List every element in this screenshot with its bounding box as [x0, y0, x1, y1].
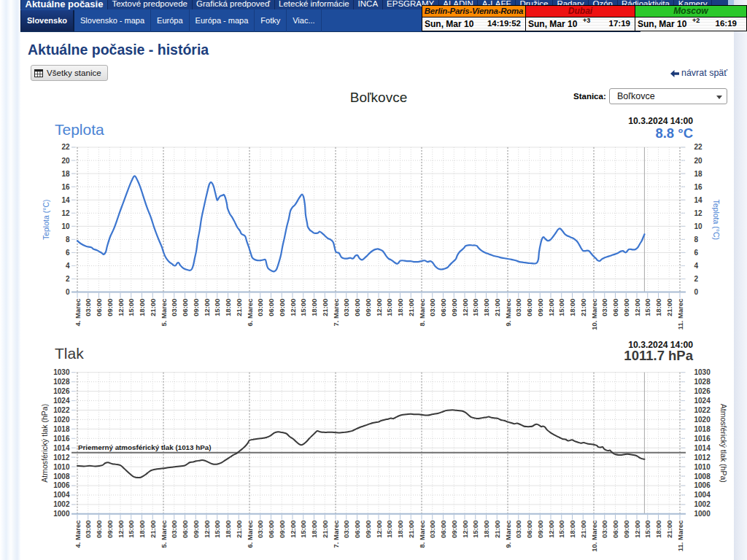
- svg-text:18:00: 18:00: [396, 521, 404, 538]
- svg-text:03:00: 03:00: [342, 521, 350, 538]
- svg-text:21:00: 21:00: [235, 299, 243, 316]
- svg-text:12:00: 12:00: [633, 299, 641, 316]
- svg-text:15:00: 15:00: [643, 521, 651, 538]
- svg-text:1006: 1006: [53, 481, 70, 489]
- svg-text:21:00: 21:00: [407, 521, 415, 538]
- svg-text:1000: 1000: [694, 510, 711, 518]
- svg-text:21:00: 21:00: [579, 299, 587, 316]
- svg-text:1010: 1010: [694, 463, 711, 471]
- svg-text:10. Marec: 10. Marec: [590, 299, 598, 330]
- svg-text:15:00: 15:00: [643, 299, 651, 316]
- svg-text:09:00: 09:00: [278, 299, 286, 316]
- svg-text:12:00: 12:00: [203, 521, 211, 538]
- svg-text:18:00: 18:00: [654, 521, 662, 538]
- svg-text:21:00: 21:00: [493, 521, 501, 538]
- svg-text:09:00: 09:00: [450, 521, 458, 538]
- svg-text:06:00: 06:00: [95, 521, 103, 538]
- svg-text:03:00: 03:00: [170, 521, 178, 538]
- svg-text:15:00: 15:00: [213, 299, 221, 316]
- svg-text:1010: 1010: [53, 463, 70, 471]
- svg-text:12:00: 12:00: [289, 521, 297, 538]
- svg-text:1020: 1020: [53, 416, 70, 424]
- svg-text:1030: 1030: [53, 368, 70, 376]
- svg-text:09:00: 09:00: [536, 521, 544, 538]
- svg-text:06:00: 06:00: [181, 521, 189, 538]
- svg-text:Teplota (°C): Teplota (°C): [42, 200, 51, 241]
- svg-text:12:00: 12:00: [117, 521, 125, 538]
- svg-text:03:00: 03:00: [170, 299, 178, 316]
- svg-text:18:00: 18:00: [138, 521, 146, 538]
- svg-text:1020: 1020: [694, 416, 711, 424]
- svg-text:4: 4: [66, 262, 70, 270]
- svg-text:18:00: 18:00: [396, 299, 404, 316]
- svg-text:18:00: 18:00: [482, 521, 490, 538]
- svg-text:03:00: 03:00: [256, 299, 264, 316]
- svg-text:1006: 1006: [694, 481, 711, 489]
- svg-text:14: 14: [694, 196, 703, 204]
- svg-text:09:00: 09:00: [622, 521, 630, 538]
- svg-text:03:00: 03:00: [84, 521, 92, 538]
- svg-text:22: 22: [61, 143, 70, 151]
- svg-text:15:00: 15:00: [213, 521, 221, 538]
- svg-text:12:00: 12:00: [461, 299, 469, 316]
- svg-text:5. Marec: 5. Marec: [160, 521, 168, 548]
- svg-text:1002: 1002: [694, 500, 711, 508]
- svg-text:1016: 1016: [694, 435, 711, 443]
- svg-text:18: 18: [61, 170, 70, 178]
- svg-text:21:00: 21:00: [665, 299, 673, 316]
- svg-text:06:00: 06:00: [439, 299, 447, 316]
- svg-text:09:00: 09:00: [450, 299, 458, 316]
- svg-text:1026: 1026: [694, 387, 711, 395]
- svg-text:15:00: 15:00: [385, 521, 393, 538]
- svg-text:20: 20: [694, 157, 703, 165]
- svg-text:1014: 1014: [53, 444, 70, 452]
- svg-text:09:00: 09:00: [364, 299, 372, 316]
- svg-text:15:00: 15:00: [471, 299, 479, 316]
- svg-text:Atmosférický tlak (hPa): Atmosférický tlak (hPa): [41, 404, 50, 483]
- svg-text:1004: 1004: [694, 491, 711, 499]
- svg-text:21:00: 21:00: [665, 521, 673, 538]
- svg-text:6: 6: [694, 249, 699, 257]
- svg-text:15:00: 15:00: [299, 521, 307, 538]
- svg-text:18:00: 18:00: [482, 299, 490, 316]
- svg-text:21:00: 21:00: [321, 521, 329, 538]
- svg-text:09:00: 09:00: [106, 299, 114, 316]
- svg-text:12: 12: [61, 209, 70, 217]
- svg-text:12:00: 12:00: [375, 299, 383, 316]
- svg-text:1002: 1002: [53, 500, 70, 508]
- svg-text:21:00: 21:00: [149, 521, 157, 538]
- svg-text:15:00: 15:00: [385, 299, 393, 316]
- svg-text:1008: 1008: [694, 472, 711, 481]
- svg-text:9. Marec: 9. Marec: [504, 521, 512, 548]
- svg-text:12:00: 12:00: [375, 521, 383, 538]
- svg-text:18:00: 18:00: [224, 521, 232, 538]
- svg-text:7. Marec: 7. Marec: [332, 521, 340, 548]
- svg-text:09:00: 09:00: [106, 521, 114, 538]
- svg-text:1022: 1022: [694, 406, 711, 414]
- svg-text:12: 12: [694, 209, 703, 217]
- svg-text:06:00: 06:00: [439, 521, 447, 538]
- svg-text:21:00: 21:00: [235, 521, 243, 538]
- svg-text:1028: 1028: [53, 378, 70, 386]
- svg-text:15:00: 15:00: [557, 299, 565, 316]
- svg-text:06:00: 06:00: [267, 521, 275, 538]
- svg-text:1028: 1028: [694, 378, 711, 386]
- svg-text:18:00: 18:00: [310, 299, 318, 316]
- svg-text:20: 20: [61, 157, 70, 165]
- svg-text:06:00: 06:00: [95, 299, 103, 316]
- svg-text:10. Marec: 10. Marec: [590, 521, 598, 552]
- svg-text:1024: 1024: [694, 397, 711, 405]
- svg-text:09:00: 09:00: [192, 521, 200, 538]
- svg-text:12:00: 12:00: [203, 299, 211, 316]
- svg-text:1000: 1000: [53, 510, 70, 518]
- svg-text:18:00: 18:00: [654, 299, 662, 316]
- svg-text:06:00: 06:00: [525, 299, 533, 316]
- svg-text:06:00: 06:00: [611, 521, 619, 538]
- svg-text:06:00: 06:00: [353, 299, 361, 316]
- svg-text:18:00: 18:00: [138, 299, 146, 316]
- svg-text:12:00: 12:00: [117, 299, 125, 316]
- svg-text:12:00: 12:00: [289, 299, 297, 316]
- svg-text:06:00: 06:00: [181, 299, 189, 316]
- svg-text:16: 16: [61, 183, 70, 191]
- svg-text:09:00: 09:00: [536, 299, 544, 316]
